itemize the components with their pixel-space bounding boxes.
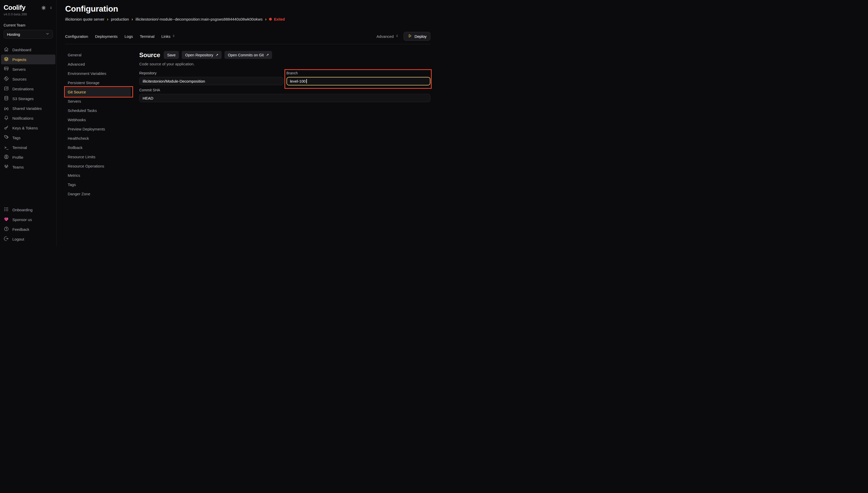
open-commits-label: Open Commits on Git: [228, 53, 263, 57]
coolify-app: Coolify v4.0.0-beta.399 Current Team Hos…: [0, 0, 434, 246]
git-source-icon: [4, 76, 9, 82]
status-text: Exited: [274, 17, 285, 21]
subnav-item-general[interactable]: General: [65, 50, 131, 60]
sidebar-item-shared-variables[interactable]: (x) Shared Variables: [1, 103, 55, 113]
sidebar-item-notifications[interactable]: Notifications: [1, 113, 55, 123]
main-content: Configuration illicitonion quote server …: [57, 0, 434, 246]
subnav-item-persistent-storage[interactable]: Persistent Storage: [65, 78, 131, 87]
configuration-subnav: General Advanced Environment Variables P…: [65, 50, 131, 246]
chevron-right-icon: ›: [107, 17, 108, 21]
tab-logs[interactable]: Logs: [125, 34, 133, 39]
sidebar-item-sponsor-us[interactable]: Sponsor us: [1, 215, 55, 224]
play-icon: [407, 34, 412, 39]
branch-field-group: Branch: [287, 71, 431, 85]
subnav-item-resource-operations[interactable]: Resource Operations: [65, 161, 131, 171]
sidebar-item-label: Servers: [12, 67, 26, 71]
sidebar-item-teams[interactable]: Teams: [1, 162, 55, 172]
deploy-button[interactable]: Deploy: [404, 32, 430, 41]
subnav-item-resource-limits[interactable]: Resource Limits: [65, 152, 131, 161]
sidebar-item-label: Sponsor us: [12, 217, 32, 222]
sidebar-item-terminal[interactable]: >_ Terminal: [1, 143, 55, 152]
sidebar: Coolify v4.0.0-beta.399 Current Team Hos…: [0, 0, 57, 246]
sidebar-item-servers[interactable]: Servers: [1, 64, 55, 74]
external-link-icon: ↗: [215, 53, 218, 57]
sidebar-item-label: Notifications: [12, 116, 34, 121]
tabs-row: Configuration Deployments Logs Terminal …: [65, 32, 430, 44]
heart-icon: [4, 216, 9, 222]
sidebar-item-destinations[interactable]: Destinations: [1, 84, 55, 94]
open-repository-button[interactable]: Open Repository ↗: [182, 51, 221, 59]
sidebar-item-tags[interactable]: Tags: [1, 133, 55, 143]
sidebar-footer-nav: Onboarding Sponsor us Feedback Logout: [1, 205, 55, 244]
breadcrumb-application[interactable]: illicitestonion/-module--decomposition:m…: [135, 17, 262, 21]
open-commits-button[interactable]: Open Commits on Git ↗: [225, 51, 272, 59]
chevron-right-icon: ›: [131, 17, 133, 21]
subnav-item-metrics[interactable]: Metrics: [65, 171, 131, 180]
sidebar-item-sources[interactable]: Sources: [1, 74, 55, 84]
sidebar-item-logout[interactable]: Logout: [1, 234, 55, 244]
stack-icon: [4, 56, 9, 63]
sidebar-item-label: Shared Variables: [12, 106, 42, 111]
subnav-item-git-source[interactable]: Git Source: [65, 87, 131, 97]
team-select[interactable]: Hosting: [4, 30, 53, 39]
key-icon: [4, 125, 9, 131]
text-cursor: [306, 79, 307, 83]
header-actions: Advanced Deploy: [377, 32, 430, 41]
tab-configuration[interactable]: Configuration: [65, 34, 88, 39]
subnav-item-tags[interactable]: Tags: [65, 180, 131, 189]
checklist-icon: [4, 207, 9, 213]
branch-input-wrap: [287, 77, 431, 85]
repository-field-group: Repository: [139, 71, 283, 85]
source-fields: Repository Branch Commit SHA: [139, 71, 430, 102]
breadcrumb-project[interactable]: illicitonion quote server: [65, 17, 105, 21]
repository-input[interactable]: [139, 77, 283, 85]
theme-controls: [41, 5, 53, 11]
tabs: Configuration Deployments Logs Terminal …: [65, 34, 175, 39]
tab-terminal[interactable]: Terminal: [140, 34, 154, 39]
sidebar-item-label: Keys & Tokens: [12, 126, 38, 130]
sidebar-item-onboarding[interactable]: Onboarding: [1, 205, 55, 215]
server-icon: [4, 66, 9, 72]
brand-logo: Coolify: [4, 4, 25, 12]
sidebar-item-dashboard[interactable]: Dashboard: [1, 45, 55, 55]
tab-links[interactable]: Links: [162, 34, 175, 39]
sidebar-nav: Dashboard Projects Servers Sources Desti…: [1, 45, 55, 172]
subnav-item-servers[interactable]: Servers: [65, 97, 131, 106]
commit-sha-label: Commit SHA: [139, 88, 430, 92]
commit-sha-input[interactable]: [139, 94, 430, 102]
teams-icon: [4, 164, 9, 170]
subnav-item-scheduled-tasks[interactable]: Scheduled Tasks: [65, 106, 131, 115]
subnav-item-webhooks[interactable]: Webhooks: [65, 115, 131, 124]
sidebar-item-profile[interactable]: Profile: [1, 152, 55, 162]
branch-input[interactable]: [287, 77, 431, 85]
sidebar-item-s3-storages[interactable]: S3 Storages: [1, 94, 55, 103]
sidebar-item-feedback[interactable]: Feedback: [1, 224, 55, 234]
terminal-icon: >_: [4, 145, 9, 150]
tab-deployments[interactable]: Deployments: [95, 34, 118, 39]
sidebar-item-label: Dashboard: [12, 48, 31, 52]
subnav-item-healthcheck[interactable]: Healthcheck: [65, 133, 131, 143]
theme-selector-chevrons-icon[interactable]: [49, 6, 53, 11]
sun-icon[interactable]: [41, 5, 46, 11]
profile-icon: [4, 154, 9, 160]
sidebar-item-keys-tokens[interactable]: Keys & Tokens: [1, 123, 55, 133]
git-source-form: Source Save Open Repository ↗ Open Commi…: [139, 50, 430, 246]
bell-icon: [4, 115, 9, 121]
sidebar-item-label: Onboarding: [12, 208, 33, 212]
brand-row: Coolify: [4, 4, 53, 12]
deploy-button-label: Deploy: [415, 34, 426, 39]
variables-icon: (x): [4, 107, 9, 110]
sidebar-item-label: Profile: [12, 155, 23, 159]
subnav-item-rollback[interactable]: Rollback: [65, 143, 131, 152]
breadcrumb-environment[interactable]: production: [111, 17, 129, 21]
subnav-item-environment-variables[interactable]: Environment Variables: [65, 69, 131, 78]
subnav-item-advanced[interactable]: Advanced: [65, 60, 131, 69]
sidebar-item-projects[interactable]: Projects: [1, 55, 55, 64]
save-button[interactable]: Save: [164, 51, 179, 59]
source-description: Code source of your application.: [139, 62, 430, 66]
subnav-item-preview-deployments[interactable]: Preview Deployments: [65, 124, 131, 133]
subnav-item-danger-zone[interactable]: Danger Zone: [65, 189, 131, 198]
status-badge: Exited: [269, 17, 285, 21]
advanced-dropdown[interactable]: Advanced: [377, 34, 399, 39]
sidebar-item-label: S3 Storages: [12, 97, 34, 101]
